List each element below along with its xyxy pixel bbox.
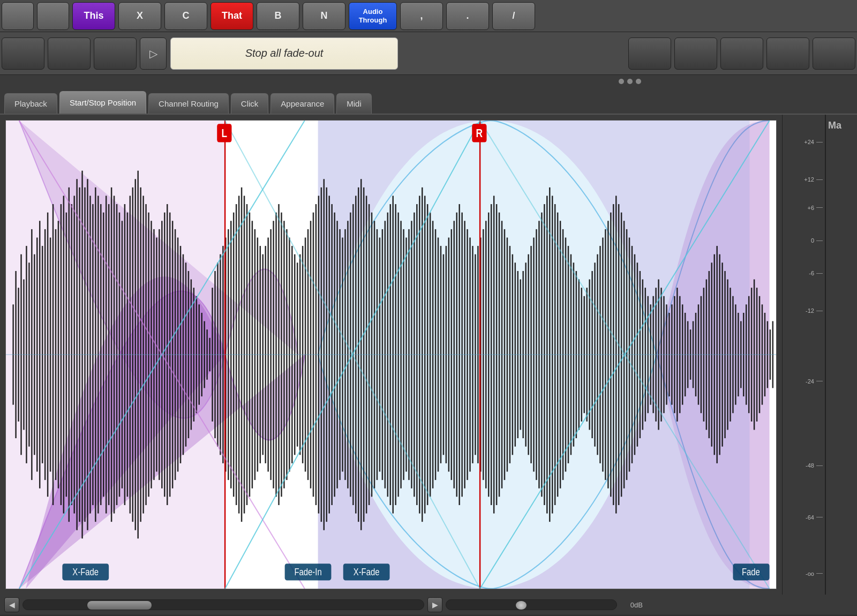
tick-line: [816, 381, 823, 381]
dot-1: [619, 79, 624, 84]
key-b[interactable]: B: [257, 2, 299, 30]
waveform-svg: /* placeholder - drawn with rects below …: [6, 121, 776, 589]
level-meter-panel: +24 +12 +6 0 -6 -12: [782, 115, 825, 595]
tick-line: [816, 207, 823, 208]
key-dot[interactable]: .: [446, 2, 489, 30]
key-comma[interactable]: ,: [400, 2, 443, 30]
key-x[interactable]: X: [118, 2, 161, 30]
tab-click[interactable]: Click: [231, 93, 269, 114]
tab-playback[interactable]: Playback: [4, 93, 57, 114]
stop-fade-label: Stop all fade-out: [170, 37, 398, 70]
svg-text:X-Fade: X-Fade: [354, 566, 380, 577]
scroll-track[interactable]: [22, 599, 424, 610]
scroll-thumb[interactable]: [87, 601, 152, 610]
zoom-thumb[interactable]: [516, 601, 527, 610]
tab-start-stop[interactable]: Start/Stop Position: [59, 91, 146, 114]
dot-3: [636, 79, 641, 84]
tick-line: [816, 241, 823, 241]
scrollbar-row: ◀ ▶ 0dB: [0, 595, 857, 615]
tab-channel-routing[interactable]: Channel Routing: [148, 93, 229, 114]
empty-btn-r1: [628, 37, 671, 70]
level-tick-neg12: -12: [785, 307, 823, 314]
tick-line: [816, 273, 823, 274]
svg-text:R: R: [476, 126, 483, 139]
level-tick-neg24: -24: [785, 378, 823, 385]
level-tick-neg64: -64: [785, 514, 823, 521]
keyboard-row: This X C That B N Audio Through , . /: [0, 0, 857, 32]
tab-midi[interactable]: Midi: [336, 93, 372, 114]
svg-text:Fade: Fade: [742, 566, 760, 577]
play-stop-row: ▷ Stop all fade-out: [0, 32, 857, 75]
level-tick-negoo: -oo: [785, 570, 823, 577]
key-slash[interactable]: /: [492, 2, 535, 30]
level-tick-neg6: -6: [785, 270, 823, 276]
level-tick-neg48: -48: [785, 462, 823, 469]
level-tick-12: +12: [785, 176, 823, 183]
tick-line: [816, 142, 823, 142]
key-n[interactable]: N: [303, 2, 345, 30]
svg-text:L: L: [222, 126, 228, 139]
empty-btn-2: [48, 37, 91, 70]
play-triangle-button[interactable]: ▷: [140, 37, 167, 70]
dots-row: [0, 75, 857, 88]
key-c[interactable]: C: [164, 2, 207, 30]
waveform-container[interactable]: /* placeholder - drawn with rects below …: [5, 120, 777, 589]
zoom-label: 0dB: [620, 601, 643, 609]
waveform-panel: /* placeholder - drawn with rects below …: [0, 115, 782, 595]
key-empty-2[interactable]: [37, 2, 69, 30]
dot-2: [627, 79, 633, 84]
svg-text:Fade-In: Fade-In: [294, 566, 321, 577]
level-tick-0: 0: [785, 237, 823, 244]
right-panel-title: Ma: [826, 115, 857, 137]
level-tick-24: +24: [785, 139, 823, 145]
scroll-left-button[interactable]: ◀: [4, 597, 19, 612]
tab-appearance[interactable]: Appearance: [270, 93, 334, 114]
zoom-track[interactable]: [446, 599, 617, 610]
tick-line: [816, 573, 823, 574]
empty-btn-r4: [766, 37, 809, 70]
empty-btn-3: [94, 37, 137, 70]
tick-line: [816, 517, 823, 517]
tabs-row: Playback Start/Stop Position Channel Rou…: [0, 88, 857, 115]
empty-btn-1: [2, 37, 44, 70]
tick-line: [816, 179, 823, 180]
key-audio-through[interactable]: Audio Through: [349, 2, 397, 30]
empty-btn-r3: [720, 37, 763, 70]
tick-line: [816, 311, 823, 311]
key-empty-1[interactable]: [2, 2, 34, 30]
svg-text:X-Fade: X-Fade: [72, 566, 99, 577]
empty-btn-r2: [674, 37, 717, 70]
main-area: /* placeholder - drawn with rects below …: [0, 115, 857, 595]
right-panel-partial: Ma: [825, 115, 857, 595]
level-scale: +24 +12 +6 0 -6 -12: [785, 120, 823, 589]
play-triangle-icon: ▷: [149, 47, 157, 60]
key-that[interactable]: That: [211, 2, 253, 30]
scroll-play-button[interactable]: ▶: [427, 597, 442, 612]
key-this[interactable]: This: [72, 2, 115, 30]
tick-line: [816, 465, 823, 466]
level-tick-6: +6: [785, 205, 823, 211]
empty-btn-r5: [813, 37, 855, 70]
